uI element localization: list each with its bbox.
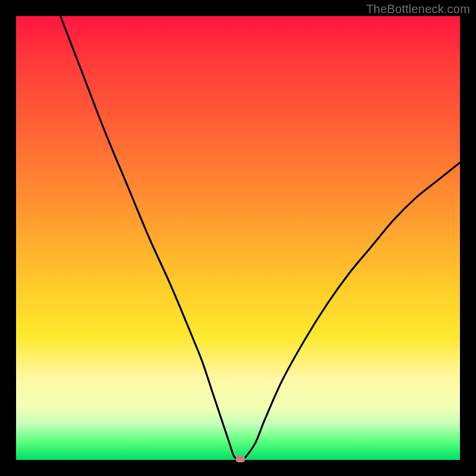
chart-frame: TheBottleneck.com xyxy=(0,0,476,476)
optimum-marker xyxy=(236,456,245,462)
plot-area xyxy=(16,16,460,460)
bottleneck-curve xyxy=(16,16,460,460)
watermark-text: TheBottleneck.com xyxy=(366,2,470,16)
